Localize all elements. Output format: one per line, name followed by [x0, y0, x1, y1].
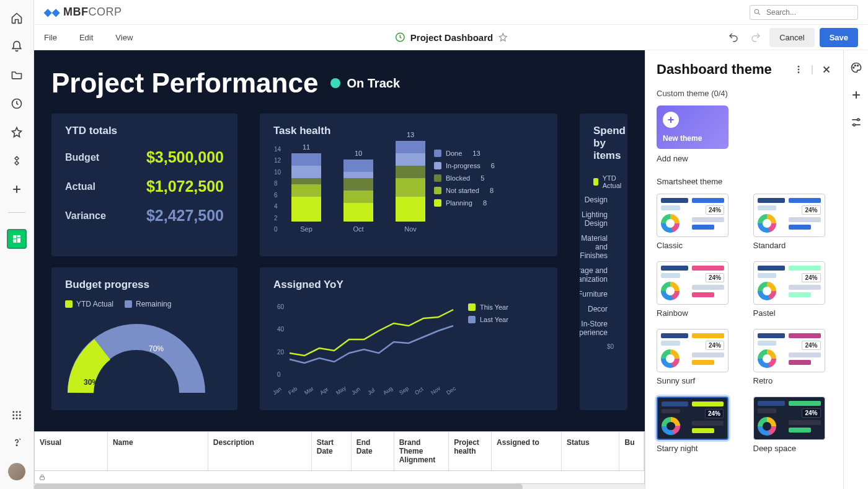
spend-xmin: $0 — [593, 343, 614, 350]
save-button[interactable]: Save — [820, 28, 858, 47]
brand-light: CORP — [89, 6, 122, 18]
svg-point-20 — [798, 71, 800, 73]
task-health-yaxis: 14121086420 — [274, 146, 281, 233]
theme-classic[interactable]: 24%Classic — [657, 194, 736, 250]
folder-icon[interactable] — [10, 68, 24, 82]
home-icon[interactable] — [10, 11, 24, 25]
svg-rect-2 — [17, 235, 20, 237]
col-bu[interactable]: Bu — [619, 432, 644, 470]
col-visual[interactable]: Visual — [35, 432, 108, 470]
svg-point-22 — [854, 65, 856, 66]
left-rail — [0, 0, 34, 489]
status-text: On Track — [347, 76, 400, 91]
search — [750, 5, 858, 20]
theme-standard[interactable]: 24%Standard — [753, 194, 833, 250]
theme-rainbow[interactable]: 24%Rainbow — [657, 261, 736, 318]
add-new-caption: Add new — [657, 154, 832, 163]
new-theme-text: New theme — [663, 134, 722, 143]
dashboard-canvas: Project Performance On Track YTD totals … — [34, 50, 645, 431]
ytd-variance-value: $2,427,500 — [146, 207, 224, 225]
favorite-star-icon[interactable] — [498, 32, 508, 42]
doc-title-text: Project Dashboard — [410, 32, 493, 43]
more-icon[interactable] — [794, 65, 804, 74]
col-description[interactable]: Description — [208, 432, 312, 470]
legend-planning: Planning — [446, 199, 472, 207]
card-budget-progress: Budget progress YTD Actual Remaining 30%… — [51, 267, 237, 410]
avatar[interactable] — [8, 463, 25, 480]
donut-icon — [662, 417, 680, 435]
card-task-health: Task health 14121086420 11Sep10Oct13Nov … — [260, 114, 557, 256]
donut-icon — [758, 214, 776, 233]
topbar: ◆◆ MBFCORP — [34, 0, 868, 25]
theme-pastel[interactable]: 24%Pastel — [753, 261, 833, 318]
col-end-date[interactable]: End Date — [352, 432, 394, 470]
menubar: File Edit View Project Dashboard Cancel … — [34, 25, 868, 50]
clock-icon — [394, 32, 405, 43]
ytd-actual-value: $1,072,500 — [146, 177, 224, 195]
add-icon[interactable] — [10, 182, 24, 196]
col-brand[interactable]: Brand Theme Alignment — [394, 432, 450, 470]
col-project-health[interactable]: Project health — [449, 432, 492, 470]
workspaces-icon[interactable] — [10, 154, 24, 168]
donut-icon — [758, 282, 776, 300]
theme-retro[interactable]: 24%Retro — [753, 329, 833, 385]
theme-panel: Dashboard theme | Custom theme (0/4) + N… — [645, 50, 843, 489]
settings-sliders-icon[interactable] — [850, 116, 862, 128]
budget-progress-title: Budget progress — [65, 279, 224, 291]
cancel-button[interactable]: Cancel — [769, 28, 814, 47]
ytd-variance-label: Variance — [65, 210, 106, 222]
donut-icon — [758, 417, 776, 436]
donut-icon — [661, 282, 680, 300]
spend-row: Lighting Design — [593, 210, 614, 228]
svg-point-10 — [19, 415, 21, 416]
svg-rect-3 — [17, 238, 20, 243]
recent-icon[interactable] — [10, 97, 24, 110]
theme-sunny-surf[interactable]: 24%Sunny surf — [657, 329, 736, 385]
table-header: Visual Name Description Start Date End D… — [35, 432, 644, 471]
donut-icon — [661, 349, 680, 368]
search-input[interactable] — [750, 5, 858, 20]
theme-starry-night[interactable]: 24%Starry night — [657, 397, 736, 453]
col-name[interactable]: Name — [108, 432, 208, 470]
logo[interactable]: ◆◆ MBFCORP — [44, 6, 122, 19]
brand-bold: MBF — [63, 6, 89, 18]
spend-row: Material and Finishes — [593, 234, 614, 260]
main: Project Performance On Track YTD totals … — [34, 50, 645, 489]
new-theme-card[interactable]: + New theme — [657, 105, 728, 149]
plan-table: Visual Name Description Start Date End D… — [34, 431, 645, 484]
bell-icon[interactable] — [10, 40, 24, 53]
task-health-legend: Done 13 In-progress 6 Blocked 5 Not star… — [434, 146, 495, 233]
spend-row: Decor — [593, 305, 614, 313]
ytd-title: YTD totals — [65, 125, 224, 137]
col-status[interactable]: Status — [562, 432, 619, 470]
donut-icon — [758, 349, 776, 368]
menu-edit[interactable]: Edit — [79, 33, 93, 42]
svg-point-21 — [853, 67, 854, 68]
svg-point-23 — [857, 65, 858, 66]
bar-nov: 13Nov — [396, 131, 425, 233]
theme-grid: 24%Classic24%Standard24%Rainbow24%Pastel… — [657, 194, 832, 453]
status-dot-icon — [330, 78, 340, 88]
close-icon[interactable] — [821, 64, 832, 75]
col-assigned[interactable]: Assigned to — [492, 432, 562, 470]
menu-file[interactable]: File — [44, 33, 57, 42]
status-pill: On Track — [330, 76, 400, 91]
theme-deep-space[interactable]: 24%Deep space — [753, 397, 833, 453]
bar-sep: 11Sep — [291, 143, 321, 233]
redo-icon[interactable] — [747, 29, 764, 46]
palette-icon[interactable] — [850, 61, 862, 74]
active-dashboard-thumb[interactable] — [7, 229, 27, 249]
gauge-legend-actual: YTD Actual — [76, 300, 113, 308]
horizontal-scrollbar[interactable] — [34, 484, 645, 489]
undo-icon[interactable] — [725, 29, 742, 46]
svg-point-9 — [16, 415, 18, 416]
add-widget-icon[interactable] — [850, 89, 862, 101]
svg-rect-17 — [40, 477, 45, 480]
menu-view[interactable]: View — [115, 33, 133, 42]
svg-point-13 — [19, 418, 21, 419]
apps-icon[interactable] — [10, 408, 24, 422]
dashboard-title: Project Performance — [51, 68, 318, 99]
col-start-date[interactable]: Start Date — [312, 432, 352, 470]
help-icon[interactable] — [10, 436, 24, 449]
star-icon[interactable] — [10, 125, 24, 139]
